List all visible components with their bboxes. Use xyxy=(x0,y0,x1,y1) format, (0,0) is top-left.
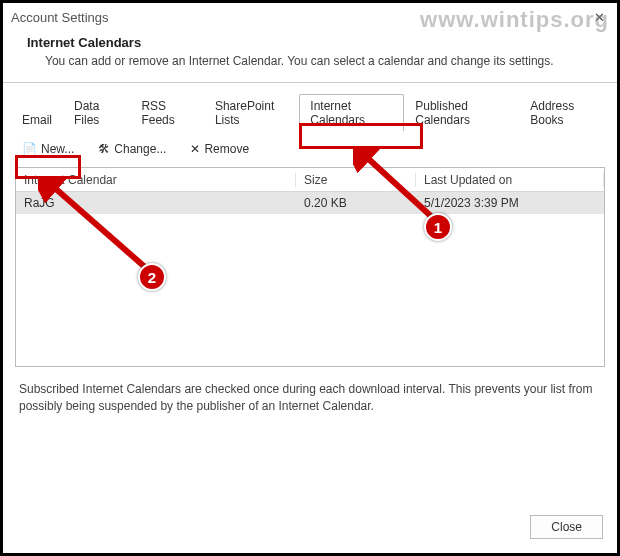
account-settings-dialog: Account Settings ✕ Internet Calendars Yo… xyxy=(3,3,617,553)
col-internet-calendar[interactable]: Internet Calendar xyxy=(16,173,296,187)
tab-address-books[interactable]: Address Books xyxy=(519,94,609,131)
tab-published-calendars[interactable]: Published Calendars xyxy=(404,94,519,131)
col-last-updated[interactable]: Last Updated on xyxy=(416,173,604,187)
tab-sharepoint-lists[interactable]: SharePoint Lists xyxy=(204,94,299,131)
annotation-badge-1: 1 xyxy=(424,213,452,241)
list-item[interactable]: RaJG 0.20 KB 5/1/2023 3:39 PM xyxy=(16,192,604,214)
close-button[interactable]: Close xyxy=(530,515,603,539)
cell-updated: 5/1/2023 3:39 PM xyxy=(416,196,604,210)
cell-name: RaJG xyxy=(16,196,296,210)
remove-button[interactable]: ✕ Remove xyxy=(183,139,256,159)
change-icon: 🛠 xyxy=(98,142,110,156)
window-title: Account Settings xyxy=(11,10,589,25)
titlebar: Account Settings ✕ xyxy=(3,3,617,31)
remove-icon: ✕ xyxy=(190,142,200,156)
tab-data-files[interactable]: Data Files xyxy=(63,94,130,131)
new-icon: 📄 xyxy=(22,142,37,156)
col-size[interactable]: Size xyxy=(296,173,416,187)
annotation-badge-2: 2 xyxy=(138,263,166,291)
button-row: Close xyxy=(530,515,603,539)
calendar-list: Internet Calendar Size Last Updated on R… xyxy=(15,167,605,367)
change-button[interactable]: 🛠 Change... xyxy=(91,139,173,159)
list-body: RaJG 0.20 KB 5/1/2023 3:39 PM xyxy=(16,192,604,366)
window-close-button[interactable]: ✕ xyxy=(589,10,609,25)
tabstrip: Email Data Files RSS Feeds SharePoint Li… xyxy=(3,83,617,130)
new-button[interactable]: 📄 New... xyxy=(15,139,81,159)
tab-rss-feeds[interactable]: RSS Feeds xyxy=(130,94,204,131)
new-label: New... xyxy=(41,142,74,156)
dialog-header: Internet Calendars You can add or remove… xyxy=(3,31,617,82)
cell-size: 0.20 KB xyxy=(296,196,416,210)
footer-note: Subscribed Internet Calendars are checke… xyxy=(3,367,617,429)
header-desc: You can add or remove an Internet Calend… xyxy=(27,54,593,68)
list-header: Internet Calendar Size Last Updated on xyxy=(16,168,604,192)
tab-internet-calendars[interactable]: Internet Calendars xyxy=(299,94,404,131)
remove-label: Remove xyxy=(204,142,249,156)
toolbar: 📄 New... 🛠 Change... ✕ Remove xyxy=(3,131,617,167)
tab-email[interactable]: Email xyxy=(11,108,63,131)
header-title: Internet Calendars xyxy=(27,35,593,50)
change-label: Change... xyxy=(114,142,166,156)
